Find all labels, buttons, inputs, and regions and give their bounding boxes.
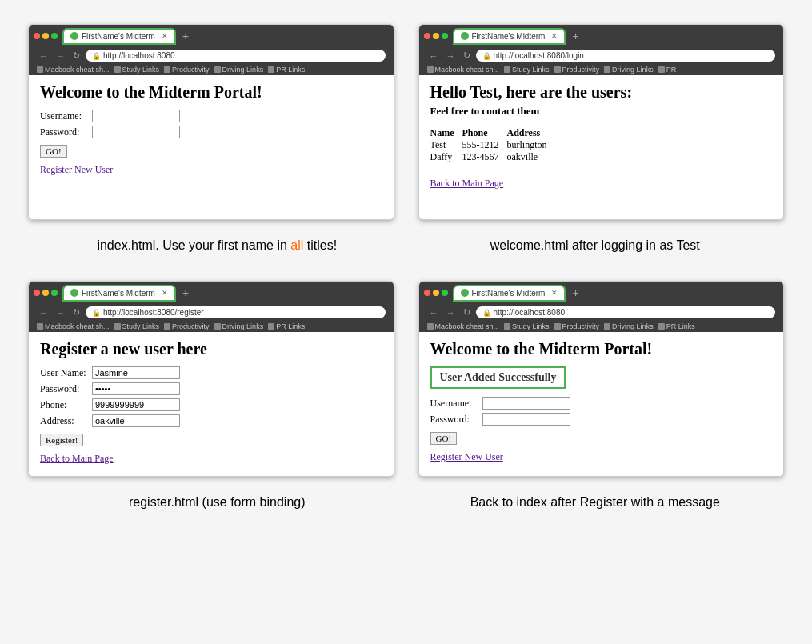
welcome-title: Hello Test, here are the users: <box>430 83 773 102</box>
minimize-dot-4[interactable] <box>433 290 439 296</box>
bookmark-2[interactable]: Study Links <box>114 66 160 74</box>
bookmark-1[interactable]: Macbook cheat sh... <box>37 66 110 74</box>
back-btn-2[interactable]: ← <box>427 50 441 62</box>
caption-row-top: index.html. Use your first name in all t… <box>16 232 796 265</box>
reload-btn-1[interactable]: ↻ <box>70 50 82 62</box>
index-message-title: Welcome to the Midterm Portal! <box>430 340 773 358</box>
minimize-dot-2[interactable] <box>433 33 439 39</box>
go-button[interactable]: GO! <box>40 145 67 158</box>
bm4-icon-3 <box>554 323 561 330</box>
forward-btn-1[interactable]: → <box>54 50 67 62</box>
reg-address-input[interactable] <box>92 414 180 427</box>
maximize-dot-2[interactable] <box>442 33 448 39</box>
msg-register-link[interactable]: Register New User <box>430 451 503 463</box>
close-dot-2[interactable] <box>424 33 430 39</box>
maximize-dot-3[interactable] <box>51 290 58 296</box>
bm3-3[interactable]: Productivity <box>164 322 210 330</box>
bookmarks-bar-1: Macbook cheat sh... Study Links Producti… <box>34 64 389 75</box>
bm4-icon-2 <box>504 323 510 330</box>
close-dot[interactable] <box>34 33 40 39</box>
active-tab-3[interactable]: FirstName's Midterm ✕ <box>64 286 174 300</box>
back-btn-3[interactable]: ← <box>37 307 50 318</box>
register-content: Register a new user here User Name: Pass… <box>29 332 394 476</box>
bm2-3[interactable]: Productivity <box>554 66 600 74</box>
close-dot-3[interactable] <box>34 290 40 296</box>
tab-close-3[interactable]: ✕ <box>162 289 168 297</box>
close-dot-4[interactable] <box>424 290 430 296</box>
minimize-dot[interactable] <box>42 33 49 39</box>
new-tab-btn-2[interactable]: + <box>567 28 583 44</box>
bookmark-4[interactable]: Driving Links <box>214 66 264 74</box>
tab-label-2: FirstName's Midterm <box>472 32 546 41</box>
bm2-5[interactable]: PR <box>658 66 677 74</box>
tab-close-4[interactable]: ✕ <box>551 289 558 297</box>
toolbar-2: ← → ↻ 🔒 http://localhost:8080/login <box>424 47 779 64</box>
bm3-1[interactable]: Macbook cheat sh... <box>37 322 110 330</box>
bm4-3[interactable]: Productivity <box>554 322 600 330</box>
msg-password-input[interactable] <box>482 413 570 426</box>
forward-btn-3[interactable]: → <box>54 307 67 318</box>
bm4-2[interactable]: Study Links <box>504 322 550 330</box>
bm3-2[interactable]: Study Links <box>114 322 160 330</box>
bookmarks-bar-3: Macbook cheat sh... Study Links Producti… <box>34 321 389 332</box>
success-message-box: User Added Successfully <box>430 366 566 389</box>
address-bar-2[interactable]: 🔒 http://localhost:8080/login <box>476 50 776 62</box>
bm4-1[interactable]: Macbook cheat sh... <box>427 322 500 330</box>
back-btn-4[interactable]: ← <box>427 307 441 318</box>
caption-register-text: register.html (use form binding) <box>129 495 306 509</box>
bookmark-5[interactable]: PR Links <box>268 66 305 74</box>
msg-go-button[interactable]: GO! <box>430 432 458 445</box>
bm2-4[interactable]: Driving Links <box>604 66 654 74</box>
browser-register: FirstName's Midterm ✕ + ← → ↻ 🔒 http://l… <box>28 281 394 477</box>
reload-btn-4[interactable]: ↻ <box>461 306 473 318</box>
register-link[interactable]: Register New User <box>40 164 113 176</box>
register-title: Register a new user here <box>40 340 382 358</box>
bookmark-3[interactable]: Productivity <box>164 66 210 74</box>
lock-icon-1: 🔒 <box>92 52 101 60</box>
new-tab-btn-4[interactable]: + <box>567 285 583 301</box>
reload-btn-2[interactable]: ↻ <box>461 50 473 62</box>
address-bar-3[interactable]: 🔒 http://localhost:8080/register <box>86 306 386 318</box>
tab-label-1: FirstName's Midterm <box>82 32 155 41</box>
new-tab-btn-3[interactable]: + <box>178 285 194 301</box>
forward-btn-4[interactable]: → <box>444 307 458 318</box>
reg-username-input[interactable] <box>92 366 180 379</box>
bm4-5[interactable]: PR Links <box>658 322 695 330</box>
back-to-main-link[interactable]: Back to Main Page <box>430 178 504 190</box>
new-tab-btn-1[interactable]: + <box>178 28 194 44</box>
tab-close-1[interactable]: ✕ <box>162 32 168 40</box>
back-btn-1[interactable]: ← <box>37 50 50 62</box>
reg-phone-input[interactable] <box>92 398 180 411</box>
tab-favicon-4 <box>461 289 469 297</box>
register-button[interactable]: Register! <box>40 434 83 446</box>
bm4-4[interactable]: Driving Links <box>604 322 654 330</box>
bm3-5[interactable]: PR Links <box>268 322 305 330</box>
password-input[interactable] <box>92 126 180 138</box>
maximize-dot[interactable] <box>51 33 58 39</box>
reg-password-input[interactable] <box>92 382 180 395</box>
url-1: http://localhost:8080 <box>103 51 175 60</box>
msg-username-input[interactable] <box>482 397 570 410</box>
tab-close-2[interactable]: ✕ <box>551 32 558 40</box>
reg-username-row: User Name: <box>40 366 382 379</box>
user2-phone: 123-4567 <box>462 151 507 163</box>
bookmark-icon-1 <box>37 66 43 73</box>
minimize-dot-3[interactable] <box>42 290 49 296</box>
address-bar-4[interactable]: 🔒 http://localhost:8080 <box>476 306 776 318</box>
bm2-2[interactable]: Study Links <box>504 66 550 74</box>
active-tab-4[interactable]: FirstName's Midterm ✕ <box>454 286 565 300</box>
reg-back-link[interactable]: Back to Main Page <box>40 453 114 465</box>
address-bar-1[interactable]: 🔒 http://localhost:8080 <box>86 50 386 62</box>
reload-btn-3[interactable]: ↻ <box>70 306 82 318</box>
username-input[interactable] <box>92 110 180 122</box>
bm3-4[interactable]: Driving Links <box>214 322 264 330</box>
browser-chrome-3: FirstName's Midterm ✕ + ← → ↻ 🔒 http://l… <box>29 282 394 332</box>
forward-btn-2[interactable]: → <box>444 50 458 62</box>
active-tab-1[interactable]: FirstName's Midterm ✕ <box>64 30 174 43</box>
active-tab-2[interactable]: FirstName's Midterm ✕ <box>454 30 565 43</box>
bm2-1[interactable]: Macbook cheat sh... <box>427 66 500 74</box>
bookmarks-bar-2: Macbook cheat sh... Study Links Producti… <box>424 64 779 75</box>
caption-back-text: Back to index after Register with a mess… <box>470 495 720 509</box>
maximize-dot-4[interactable] <box>442 290 448 296</box>
tab-label-4: FirstName's Midterm <box>472 289 546 298</box>
